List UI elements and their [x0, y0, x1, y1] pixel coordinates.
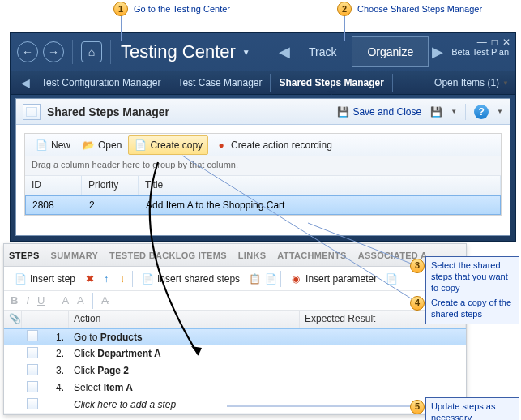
grid-row-selected[interactable]: 2808 2 Add Item A to the Shopping Cart — [25, 195, 501, 215]
cell-attach — [4, 403, 22, 406]
copy-label: Create copy — [150, 139, 203, 151]
step-grid-header: 📎 Action Expected Result — [4, 311, 466, 328]
group-by-strip[interactable]: Drag a column header here to group by th… — [25, 156, 501, 176]
separator — [92, 293, 93, 309]
separator — [132, 271, 133, 287]
copy-icon: 📄 — [134, 139, 147, 152]
insert-shared-label: Insert shared steps — [157, 273, 240, 285]
cell-num: 2. — [41, 346, 69, 361]
tab-links[interactable]: LINKS — [238, 251, 267, 260]
parameter-icon: ◉ — [289, 272, 302, 285]
chevron-down-icon: ▼ — [502, 79, 509, 87]
leader-1 — [121, 16, 122, 41]
save-icon-alt[interactable]: 💾 — [429, 105, 442, 118]
add-step-placeholder: Click here to add a step — [69, 397, 300, 412]
font-color-button[interactable]: A — [62, 294, 69, 306]
cell-attach — [4, 386, 22, 389]
app-window: — □ ✕ ← → ⌂ Testing Center ▼ ◀ Track Org… — [10, 32, 516, 242]
top-tabs: ◀ Track Organize ▶ Beta Test Plan — [275, 36, 509, 67]
subnav-back-icon[interactable]: ◀ — [17, 76, 33, 89]
cell-type-icon — [22, 362, 41, 379]
toolbar-icon-c[interactable]: 📄 — [385, 272, 398, 285]
col-type[interactable] — [22, 311, 41, 328]
minimize-icon[interactable]: — — [477, 36, 487, 48]
close-icon[interactable]: ✕ — [502, 36, 510, 48]
titlebar: ← → ⌂ Testing Center ▼ ◀ Track Organize … — [11, 33, 515, 71]
insert-step-button[interactable]: 📄Insert step — [9, 270, 80, 288]
page-title[interactable]: Testing Center ▼ — [121, 41, 250, 62]
cell-title: Add Item A to the Shopping Cart — [139, 196, 500, 214]
cell-attach — [4, 369, 22, 372]
chevron-down-icon[interactable]: ▼ — [451, 108, 457, 115]
italic-button[interactable]: I — [26, 294, 29, 306]
tab-organize[interactable]: Organize — [352, 36, 429, 67]
tabs-next-icon[interactable]: ▶ — [429, 37, 446, 66]
create-copy-button[interactable]: 📄Create copy — [128, 135, 208, 155]
cell-expected — [300, 386, 466, 389]
maximize-icon[interactable]: □ — [492, 36, 498, 48]
open-items[interactable]: Open Items (1) ▼ — [434, 77, 509, 88]
callout-3: 3 Select the shared steps that you want … — [425, 256, 519, 298]
steps-toolbar: 📄Insert step ✖ ↑ ↓ 📄Insert shared steps … — [4, 267, 466, 291]
home-button[interactable]: ⌂ — [81, 41, 102, 62]
callout-text-1: Go to the Testing Center — [131, 3, 233, 15]
move-down-button[interactable]: ↓ — [116, 272, 129, 285]
underline-button[interactable]: U — [37, 294, 45, 306]
highlight-button[interactable]: A — [77, 294, 84, 306]
subnav-testcase[interactable]: Test Case Manager — [169, 74, 271, 92]
callout-num-3: 3 — [410, 259, 425, 273]
col-id[interactable]: ID — [25, 176, 82, 195]
tab-backlog[interactable]: TESTED BACKLOG ITEMS — [109, 251, 227, 260]
toolbar-icon-a[interactable]: 📋 — [248, 272, 261, 285]
tab-steps[interactable]: STEPS — [9, 251, 40, 260]
subnav-sharedsteps[interactable]: Shared Steps Manager — [271, 74, 392, 92]
step-row[interactable]: 1. Go to Products — [4, 328, 466, 345]
col-priority[interactable]: Priority — [82, 176, 139, 195]
col-action[interactable]: Action — [69, 311, 300, 328]
steps-panel: STEPS SUMMARY TESTED BACKLOG ITEMS LINKS… — [3, 243, 467, 415]
open-button[interactable]: 📂Open — [77, 136, 126, 154]
step-row[interactable]: 3. Click Page 2 — [4, 362, 466, 379]
tabs-prev-icon[interactable]: ◀ — [275, 37, 293, 66]
tab-associated[interactable]: ASSOCIATED A... — [358, 251, 436, 260]
subnav-config[interactable]: Test Configuration Manager — [33, 74, 169, 92]
document-icon — [23, 104, 41, 120]
nav-forward-button[interactable]: → — [43, 41, 64, 62]
callout-text-2: Choose Shared Steps Manager — [355, 3, 485, 15]
save-and-close-button[interactable]: 💾 Save and Close — [336, 105, 421, 118]
col-attachment[interactable]: 📎 — [4, 311, 22, 328]
cell-type-icon — [22, 396, 41, 414]
insert-shared-steps-button[interactable]: 📄Insert shared steps — [136, 270, 245, 288]
bold-button[interactable]: B — [11, 294, 18, 306]
steps-tabs: STEPS SUMMARY TESTED BACKLOG ITEMS LINKS… — [4, 244, 466, 267]
clear-format-button[interactable]: A̶ — [101, 294, 109, 306]
save-icon: 💾 — [336, 105, 349, 118]
move-up-button[interactable]: ↑ — [100, 272, 113, 285]
action-pre: Click — [74, 365, 97, 376]
new-button[interactable]: 📄New — [30, 136, 75, 154]
add-step-row[interactable]: Click here to add a step — [4, 396, 466, 414]
nav-back-button[interactable]: ← — [17, 41, 38, 62]
shared-steps-icon: 📄 — [141, 272, 154, 285]
content-heading: Shared Steps Manager — [47, 105, 169, 118]
insert-parameter-button[interactable]: ◉Insert parameter — [284, 270, 382, 288]
tab-summary[interactable]: SUMMARY — [51, 251, 99, 260]
create-recording-button[interactable]: ●Create action recording — [210, 136, 337, 154]
insert-step-label: Insert step — [30, 273, 75, 285]
col-number[interactable] — [41, 311, 69, 328]
step-row[interactable]: 2. Click Department A — [4, 345, 466, 362]
step-row[interactable]: 4. Select Item A — [4, 379, 466, 396]
tab-attachments[interactable]: ATTACHMENTS — [277, 251, 346, 260]
cell-num: 1. — [41, 330, 69, 345]
help-button[interactable]: ? — [474, 105, 489, 119]
format-toolbar: B I U A A A̶ — [4, 291, 466, 311]
action-bold: Page 2 — [97, 365, 129, 376]
action-pre: Select — [74, 382, 104, 393]
callout-1: 1 Go to the Testing Center — [113, 2, 233, 16]
chevron-down-icon[interactable]: ▼ — [497, 108, 503, 115]
plan-label[interactable]: Beta Test Plan — [451, 47, 509, 57]
col-title[interactable]: Title — [139, 176, 501, 195]
delete-step-button[interactable]: ✖ — [83, 272, 96, 285]
tab-track[interactable]: Track — [293, 36, 352, 67]
toolbar-icon-b[interactable]: 📄 — [264, 272, 277, 285]
